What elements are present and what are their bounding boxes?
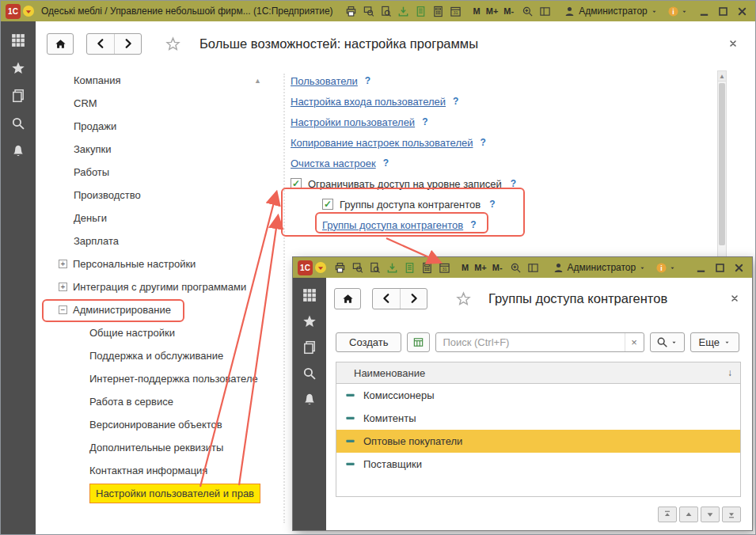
nav-item[interactable]: Контактная информация — [36, 459, 283, 482]
help-icon[interactable]: ? — [489, 199, 495, 210]
main-menu-caret-icon[interactable] — [315, 262, 326, 273]
list-bottom-icon[interactable] — [722, 507, 741, 522]
magnifier-icon[interactable] — [302, 366, 317, 381]
doc-magnifier-icon[interactable] — [379, 4, 393, 19]
grid-icon[interactable] — [11, 33, 25, 47]
nav-item[interactable]: Работа в сервисе — [36, 390, 283, 413]
favorite-star-icon[interactable] — [165, 36, 180, 51]
export-green-icon[interactable] — [397, 4, 411, 19]
sort-descending-icon[interactable]: ↓ — [728, 367, 732, 378]
settings-link[interactable]: Настройки пользователей — [291, 116, 415, 128]
print-preview-icon[interactable] — [350, 260, 364, 275]
printer-icon[interactable] — [332, 260, 347, 275]
user-menu-button[interactable]: Администратор — [553, 262, 647, 274]
bell-icon[interactable] — [11, 144, 25, 158]
info-button[interactable]: i — [655, 262, 676, 274]
nav-item[interactable]: Версионирование объектов — [36, 413, 283, 436]
clear-search-icon[interactable]: × — [625, 333, 644, 351]
list-down-icon[interactable] — [701, 507, 720, 522]
settings-link[interactable]: Пользователи — [291, 75, 358, 87]
memory-m-minus-button[interactable]: M- — [492, 263, 503, 272]
pages-icon[interactable] — [302, 340, 317, 355]
star-icon[interactable] — [302, 314, 317, 328]
scrollbar-thumb[interactable] — [719, 83, 725, 245]
info-button[interactable]: i — [667, 6, 688, 17]
nav-item[interactable]: Настройки пользователей и прав — [36, 482, 283, 505]
groups-access-checkbox[interactable]: ✓ — [322, 199, 333, 210]
calendar-icon[interactable]: 31 — [449, 4, 463, 19]
back-button[interactable] — [373, 289, 400, 309]
back-button[interactable] — [87, 34, 114, 54]
nav-item[interactable]: Общие настройки — [36, 321, 283, 344]
table-row[interactable]: Комиссионеры — [336, 384, 740, 407]
close-icon[interactable] — [732, 261, 746, 275]
printer-icon[interactable] — [344, 4, 359, 19]
forward-button[interactable] — [114, 34, 141, 54]
memory-m-button[interactable]: M — [473, 6, 481, 16]
column-header-name[interactable]: Наименование — [354, 367, 425, 379]
pages-icon[interactable] — [11, 89, 25, 103]
nav-scroll-up-icon[interactable]: ▲ — [254, 77, 261, 85]
calculator-icon[interactable] — [431, 4, 446, 19]
user-menu-button[interactable]: Администратор — [564, 6, 658, 17]
grid-icon[interactable] — [302, 288, 317, 302]
help-icon[interactable]: ? — [383, 157, 389, 169]
nav-item[interactable]: +Персональные настройки — [36, 252, 283, 275]
w2-close-button[interactable] — [730, 294, 739, 303]
more-button[interactable]: Еще — [690, 332, 739, 352]
help-icon[interactable]: ? — [453, 96, 458, 107]
nav-item[interactable]: Интернет-поддержка пользователе — [36, 367, 283, 390]
nav-item[interactable]: Работы — [36, 161, 283, 184]
nav-item[interactable]: Закупки — [36, 138, 283, 161]
star-icon[interactable] — [11, 61, 25, 75]
nav-item[interactable]: Дополнительные реквизиты — [36, 436, 283, 459]
collapse-icon[interactable]: − — [59, 305, 67, 314]
zoom-plus-icon[interactable] — [520, 4, 534, 19]
home-button[interactable] — [47, 33, 74, 55]
search-options-button[interactable] — [650, 332, 685, 352]
scrollbar-up-button[interactable]: ▲ — [718, 71, 726, 82]
nav-item[interactable]: −Администрирование — [36, 298, 283, 321]
panels-icon[interactable] — [526, 260, 541, 275]
settings-link[interactable]: Очистка настроек — [291, 157, 376, 169]
groups-access-link[interactable]: Группы доступа контрагентов — [322, 219, 463, 231]
help-icon[interactable]: ? — [470, 219, 476, 230]
records-access-checkbox[interactable]: ✓ — [291, 178, 302, 189]
forward-button[interactable] — [400, 289, 427, 309]
search-input[interactable] — [436, 336, 624, 348]
maximize-icon[interactable] — [716, 5, 730, 18]
home-button[interactable] — [334, 288, 361, 309]
settings-link[interactable]: Настройка входа пользователей — [291, 96, 446, 108]
memory-m-button[interactable]: M — [462, 263, 469, 272]
nav-item[interactable]: CRM — [36, 92, 283, 115]
nav-item[interactable]: Зарплата — [36, 230, 283, 252]
calendar-icon[interactable]: 31 — [437, 260, 451, 275]
magnifier-icon[interactable] — [11, 116, 25, 131]
help-icon[interactable]: ? — [422, 116, 427, 127]
settings-link[interactable]: Копирование настроек пользователей — [291, 137, 473, 149]
create-report-button[interactable] — [407, 332, 430, 352]
list-top-icon[interactable] — [658, 507, 677, 522]
table-row[interactable]: Оптовые покупатели — [336, 430, 740, 453]
zoom-plus-icon[interactable] — [509, 260, 523, 275]
help-icon[interactable]: ? — [511, 178, 516, 189]
maximize-icon[interactable] — [713, 261, 727, 275]
minimize-icon[interactable] — [694, 261, 708, 275]
minimize-icon[interactable] — [697, 5, 711, 18]
memory-m-minus-button[interactable]: M- — [503, 6, 514, 16]
table-row[interactable]: Комитенты — [336, 407, 740, 430]
favorite-star-icon[interactable] — [456, 291, 471, 306]
expand-icon[interactable]: + — [59, 283, 67, 291]
doc-magnifier-icon[interactable] — [367, 260, 382, 275]
panel-splitter[interactable] — [283, 74, 285, 523]
table-row[interactable]: Поставщики — [336, 453, 740, 476]
print-preview-icon[interactable] — [362, 4, 376, 19]
nav-item[interactable]: Деньги — [36, 207, 283, 230]
nav-item[interactable]: Компания — [36, 69, 283, 92]
report-green-icon[interactable] — [414, 4, 428, 19]
list-up-icon[interactable] — [679, 507, 698, 522]
nav-item[interactable]: Продажи — [36, 115, 283, 138]
export-green-icon[interactable] — [385, 260, 399, 275]
w1-close-button[interactable] — [728, 39, 738, 48]
nav-item[interactable]: Производство — [36, 184, 283, 207]
